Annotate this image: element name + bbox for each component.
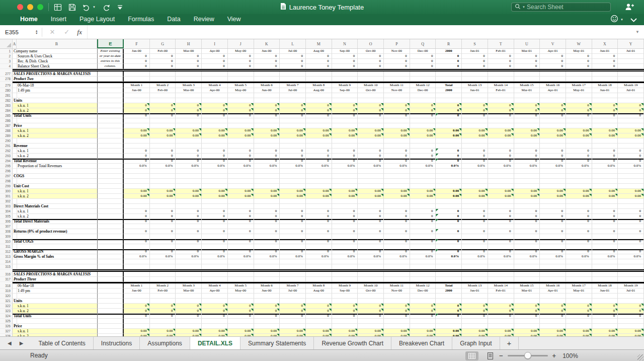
column-header-N[interactable]: N [332,39,358,48]
cell[interactable] [254,204,280,209]
cell[interactable]: May-00 [228,88,254,93]
cell[interactable] [566,319,592,324]
row-label-cell[interactable]: s.k.u. 1 [13,128,97,133]
cell[interactable] [332,264,358,269]
cell[interactable]: 0 [254,314,280,319]
cell[interactable] [280,138,306,143]
cell[interactable]: 0 [150,314,176,319]
cell[interactable] [462,123,488,128]
cell[interactable] [280,143,306,149]
cell[interactable]: Month 18 [592,283,618,288]
cell[interactable]: 0 [176,219,202,224]
cell[interactable] [280,244,306,249]
cell[interactable]: 0 [306,239,332,244]
cell[interactable]: 0 [254,209,280,214]
cell[interactable] [280,324,306,329]
cell[interactable] [306,71,332,77]
cell[interactable]: 0 [176,154,202,159]
cell[interactable]: 0.00 [254,133,280,138]
row-label-cell[interactable] [13,93,97,98]
cell[interactable]: Feb-00 [150,49,176,54]
cell[interactable]: 0 [384,113,410,118]
row-header-279[interactable]: 279 [0,83,13,88]
cell[interactable]: 0 [410,54,436,59]
cell[interactable]: 0.00 [514,189,540,194]
cell[interactable]: 0.00 [202,334,228,336]
cell[interactable] [176,123,202,128]
row-label-cell[interactable]: s.k.u. 2 [13,334,97,336]
cell[interactable]: 0 [228,229,254,234]
cell[interactable] [176,169,202,174]
cell[interactable] [306,244,332,249]
cell[interactable] [124,169,150,174]
cell[interactable] [488,234,514,239]
cell[interactable] [514,259,540,264]
row-label-cell[interactable]: s.k.u. 2 [13,194,97,199]
cell[interactable]: Month 3 [176,283,202,288]
cell[interactable]: 0.00 [254,329,280,334]
cell[interactable] [124,264,150,269]
cell[interactable] [176,204,202,209]
cell[interactable] [202,204,228,209]
cell[interactable] [566,234,592,239]
cell[interactable]: 0.00 [332,133,358,138]
cell[interactable]: 0 [280,59,306,64]
cell[interactable] [176,143,202,149]
input-note-cell[interactable] [97,189,124,194]
cell[interactable]: 0 [254,103,280,108]
cancel-x-icon[interactable]: ✕ [49,28,55,36]
cell[interactable]: 0 [618,314,644,319]
cell[interactable]: 0 [228,149,254,154]
cell[interactable]: 0.00 [436,189,462,194]
cell[interactable] [540,174,566,179]
cell[interactable] [488,71,514,77]
cell[interactable]: 0.0% [384,254,410,259]
cell[interactable] [488,98,514,103]
cell[interactable] [228,138,254,143]
cell[interactable] [202,98,228,103]
column-header-A[interactable]: A [13,39,17,48]
cell[interactable] [566,123,592,128]
cell[interactable]: 0 [618,249,644,254]
cell[interactable] [124,199,150,204]
cell[interactable]: Mar-01 [514,88,540,93]
cell[interactable] [514,118,540,123]
cell[interactable] [618,272,644,277]
cell[interactable] [176,264,202,269]
cell[interactable]: 0 [384,154,410,159]
cell[interactable] [566,264,592,269]
column-header-H[interactable]: H [176,39,202,48]
cell[interactable]: 0 [566,103,592,108]
cell[interactable] [410,277,436,282]
cell[interactable] [124,272,150,277]
cell[interactable] [228,118,254,123]
column-header-B[interactable]: B [17,39,97,48]
resize-grip[interactable] [637,354,643,360]
cell[interactable] [488,123,514,128]
cell[interactable] [436,184,462,189]
cell[interactable]: 0 [462,159,488,164]
cell[interactable] [306,123,332,128]
cell[interactable] [176,272,202,277]
cell[interactable]: 0 [384,54,410,59]
cell[interactable] [228,324,254,329]
cell[interactable] [514,179,540,184]
cell[interactable]: 0 [306,309,332,314]
cell[interactable] [384,319,410,324]
cell[interactable]: 0 [462,209,488,214]
cell[interactable]: 0.00 [202,128,228,133]
cell[interactable]: 0 [592,229,618,234]
cell[interactable] [254,319,280,324]
cell[interactable]: Month 17 [566,83,592,88]
cell[interactable]: 0 [436,309,462,314]
zoom-slider[interactable] [508,355,548,356]
cell[interactable] [228,77,254,82]
row-label-cell[interactable]: 1:49 pm [13,88,97,93]
cell[interactable]: 0 [384,159,410,164]
cell[interactable]: 0.00 [436,133,462,138]
cell[interactable] [566,277,592,282]
cell[interactable]: 0 [462,239,488,244]
column-header-E[interactable]: E [97,39,124,48]
cell[interactable]: 0 [254,149,280,154]
cell[interactable]: 0.00 [124,334,150,336]
